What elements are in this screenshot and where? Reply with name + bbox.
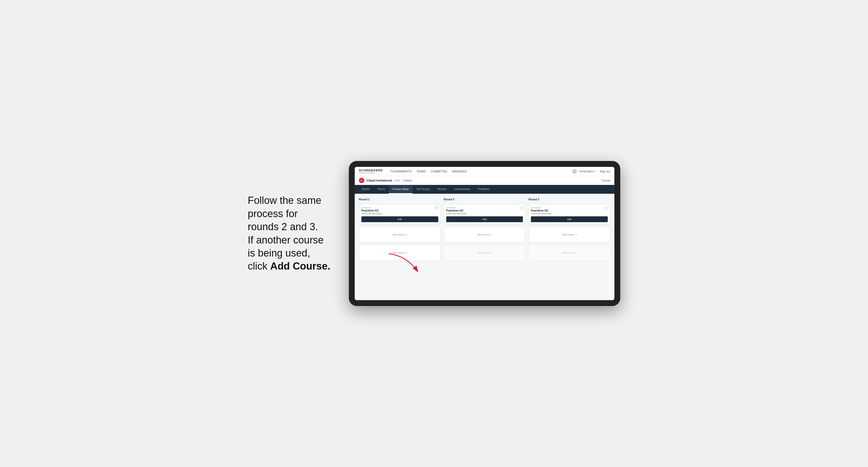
course-badge-r1: (Course A) (361, 207, 438, 209)
round-1-column: Round 1 (Course A) Peachtree GC Yellow (… (359, 198, 441, 261)
top-nav-left: SCOREBOARD Powered by clippd TOURNAMENTS… (359, 169, 467, 174)
course-name-r2: Peachtree GC (446, 209, 523, 212)
tab-leaderboards[interactable]: Leaderboards (450, 185, 474, 194)
add-course-r1-2[interactable]: Add Course + (359, 245, 441, 261)
add-course-text-r2-2: Add Course + (477, 251, 492, 254)
sidebar-instruction: Follow the same process for rounds 2 and… (248, 194, 333, 273)
sign-out-link[interactable]: Sign out (600, 170, 610, 173)
course-details-r3: Yellow (M) (6629 yds) (531, 212, 608, 215)
brand-logo: C (359, 178, 364, 183)
delete-course-r1[interactable]: ✕ (435, 206, 439, 210)
round-3-column: Round 3 (Course A) Peachtree GC Yellow (… (528, 198, 610, 261)
round-2-column: Round 2 (Course A) Peachtree GC Yellow (… (444, 198, 526, 261)
course-details-r1: Yellow (M) (6629 yds) (361, 212, 438, 215)
plus-icon-r1-2: + (406, 251, 407, 254)
top-nav: SCOREBOARD Powered by clippd TOURNAMENTS… (355, 167, 614, 176)
round-2-course-card-1: (Course A) Peachtree GC Yellow (M) (6629… (444, 204, 526, 225)
nav-tournaments[interactable]: TOURNAMENTS (390, 170, 411, 173)
rounds-container: Round 1 (Course A) Peachtree GC Yellow (… (359, 198, 610, 261)
tournament-name: Clippd Invitational (366, 179, 392, 182)
logo-scoreboard: SCOREBOARD (359, 169, 383, 172)
add-course-text-r1-1: Add Course + (392, 233, 407, 236)
add-course-text-r3-2: Add Course + (562, 251, 577, 254)
top-nav-right: blair@clippd.io | Sign out (572, 169, 610, 174)
course-name-r3: Peachtree GC (531, 209, 608, 212)
plus-icon-r3-2: + (575, 251, 577, 254)
edit-course-r1-button[interactable]: Edit (361, 216, 438, 222)
round-2-label: Round 2 (444, 198, 526, 201)
tablet-frame: SCOREBOARD Powered by clippd TOURNAMENTS… (349, 161, 620, 306)
round-3-label: Round 3 (528, 198, 610, 201)
round-3-course-card-1: (Course A) Peachtree GC Yellow (M) (6629… (528, 204, 610, 225)
nav-rankings[interactable]: RANKINGS (452, 170, 467, 173)
course-badge-r2: (Course A) (446, 207, 523, 209)
tab-printables[interactable]: Printables (474, 185, 493, 194)
add-course-text-r1-2: Add Course + (392, 251, 407, 254)
round-1-course-card-1: (Course A) Peachtree GC Yellow (M) (6629… (359, 204, 441, 225)
course-details-r2: Yellow (M) (6629 yds) (446, 212, 523, 215)
sub-header: C Clippd Invitational (Men) Hosting Canc… (355, 176, 614, 185)
tabs-bar: Details Teams Course Setup Tee Groups Re… (355, 185, 614, 194)
sidebar-line1: Follow the same (248, 195, 321, 206)
edit-course-r3-button[interactable]: Edit (531, 216, 608, 222)
main-content: Round 1 (Course A) Peachtree GC Yellow (… (355, 194, 614, 300)
sidebar-line5: is being used, (248, 247, 310, 259)
delete-course-r2[interactable]: ✕ (520, 206, 523, 210)
sub-header-left: C Clippd Invitational (Men) Hosting (359, 178, 413, 183)
tab-tee-groups[interactable]: Tee Groups (412, 185, 434, 194)
sidebar-line2: process for (248, 208, 298, 219)
user-email: blair@clippd.io (579, 170, 595, 173)
add-course-r3-2: Add Course + (528, 245, 610, 261)
course-badge-r3: (Course A) (531, 207, 608, 209)
divider: | (597, 170, 598, 173)
tournament-gender: (Men) (394, 179, 400, 182)
tab-course-setup[interactable]: Course Setup (389, 185, 412, 194)
cancel-button[interactable]: Cancel (602, 179, 610, 182)
tab-results[interactable]: Results (434, 185, 450, 194)
add-course-text-r3-1: Add Course + (562, 233, 577, 236)
plus-icon-r1-1: + (406, 233, 407, 236)
nav-committee[interactable]: COMMITTEE (431, 170, 447, 173)
add-course-r2-2: Add Course + (444, 245, 526, 261)
add-course-r2-1[interactable]: Add Course + (444, 227, 526, 243)
tab-details[interactable]: Details (358, 185, 374, 194)
sidebar-bold: Add Course. (270, 260, 330, 272)
add-course-text-r2-1: Add Course + (477, 233, 492, 236)
sidebar-line4: If another course (248, 235, 323, 246)
tablet-screen: SCOREBOARD Powered by clippd TOURNAMENTS… (355, 167, 614, 300)
add-course-r3-1[interactable]: Add Course + (528, 227, 610, 243)
edit-course-r2-button[interactable]: Edit (446, 216, 523, 222)
sidebar-line3: rounds 2 and 3. (248, 221, 318, 232)
delete-course-r3[interactable]: ✕ (604, 206, 608, 210)
tab-teams[interactable]: Teams (374, 185, 389, 194)
add-course-r1-1[interactable]: Add Course + (359, 227, 441, 243)
course-name-r1: Peachtree GC (361, 209, 438, 212)
page-wrapper: Follow the same process for rounds 2 and… (248, 161, 620, 306)
logo-block: SCOREBOARD Powered by clippd (359, 169, 383, 174)
sidebar-line6: click (248, 260, 270, 272)
plus-icon-r3-1: + (575, 233, 577, 236)
plus-icon-r2-2: + (491, 251, 492, 254)
round-1-label: Round 1 (359, 198, 441, 201)
nav-items: TOURNAMENTS TEAMS COMMITTEE RANKINGS (390, 170, 467, 173)
avatar (572, 169, 577, 174)
plus-icon-r2-1: + (491, 233, 492, 236)
hosting-badge: Hosting (402, 179, 413, 182)
logo-sub: Powered by clippd (359, 172, 383, 174)
nav-teams[interactable]: TEAMS (416, 170, 426, 173)
